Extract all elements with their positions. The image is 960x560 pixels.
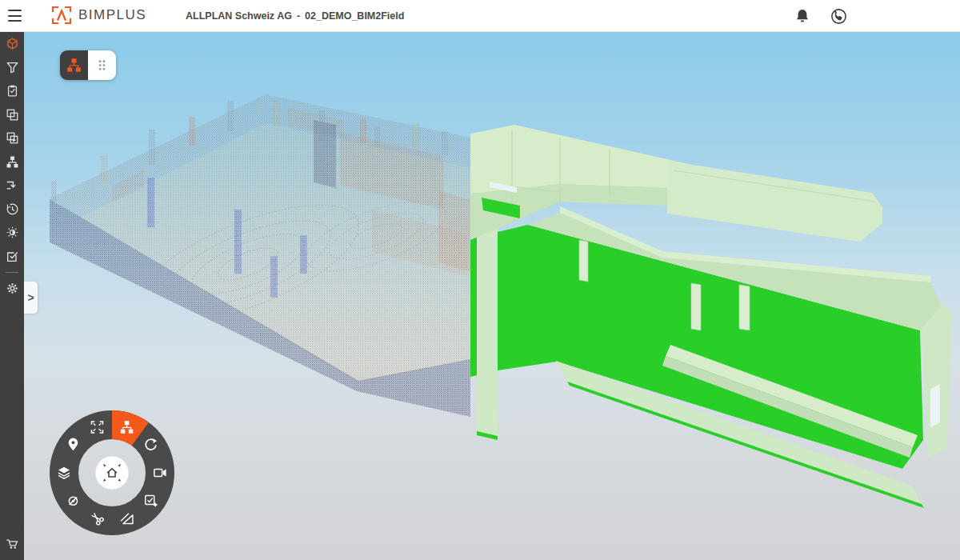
app-logo[interactable]: BIMPLUS xyxy=(51,5,146,26)
breadcrumb-separator: - xyxy=(297,10,300,22)
sidebar-item-marketplace[interactable] xyxy=(0,532,24,556)
structure-icon xyxy=(6,155,19,169)
sidebar-item-objects[interactable] xyxy=(0,32,24,56)
scene-canvas[interactable] xyxy=(24,32,960,560)
revisions-icon xyxy=(6,131,19,145)
history-icon xyxy=(6,202,19,216)
sidebar-item-settings[interactable] xyxy=(0,277,24,301)
sidebar-item-validation[interactable] xyxy=(0,245,24,269)
home-button[interactable] xyxy=(95,456,129,490)
green-rooms-top xyxy=(470,125,688,194)
shop-icon xyxy=(6,537,19,550)
interior-wall xyxy=(438,190,470,272)
app-logo-text: BIMPLUS xyxy=(78,7,146,23)
view-toggle-structure[interactable] xyxy=(60,50,88,80)
phone-support-icon xyxy=(830,8,847,25)
breadcrumb-project[interactable]: 02_DEMO_BIM2Field xyxy=(305,10,404,22)
bell-icon xyxy=(794,8,810,25)
green-right-wall xyxy=(922,305,952,458)
sidebar-item-visualization[interactable] xyxy=(0,221,24,245)
compare-icon xyxy=(6,108,19,122)
sidebar-item-history[interactable] xyxy=(0,198,24,222)
bim-model-green[interactable] xyxy=(470,125,952,508)
navigation-wheel[interactable] xyxy=(50,410,174,535)
hamburger-menu-icon[interactable] xyxy=(8,10,22,22)
approve-icon xyxy=(6,250,19,263)
grid-dots-icon xyxy=(94,58,110,73)
sidebar-divider xyxy=(6,272,18,273)
green-window xyxy=(930,384,940,427)
breadcrumb-team[interactable]: ALLPLAN Schweiz AG xyxy=(186,10,292,22)
support-button[interactable] xyxy=(829,6,848,26)
panel-expander[interactable]: > xyxy=(24,282,38,314)
view-toggle-grid[interactable] xyxy=(88,50,116,80)
viewport-3d[interactable]: > xyxy=(24,32,960,560)
chevron-right-icon: > xyxy=(27,291,34,304)
levels-icon xyxy=(6,178,19,192)
sidebar-item-revisions[interactable] xyxy=(0,126,24,150)
point-cloud-model[interactable] xyxy=(50,94,470,417)
sidebar-item-documents[interactable] xyxy=(0,103,24,127)
notifications-button[interactable] xyxy=(793,6,812,26)
sidebar-item-structure[interactable] xyxy=(0,150,24,174)
structure-tree-icon xyxy=(66,58,82,73)
model-icon xyxy=(6,37,19,50)
sidebar xyxy=(0,32,24,560)
settings-icon xyxy=(6,282,19,295)
sidebar-item-tasks[interactable] xyxy=(0,79,24,103)
breadcrumb[interactable]: ALLPLAN Schweiz AG-02_DEMO_BIM2Field xyxy=(186,0,404,32)
sidebar-item-filter[interactable] xyxy=(0,56,24,80)
filter-icon xyxy=(6,61,19,74)
sidebar-item-levels[interactable] xyxy=(0,174,24,198)
brightness-icon xyxy=(6,226,19,239)
green-roof-arm xyxy=(667,161,882,242)
app-header: BIMPLUS ALLPLAN Schweiz AG-02_DEMO_BIM2F… xyxy=(0,0,960,32)
tasks-icon xyxy=(6,84,19,98)
view-toggle xyxy=(60,50,116,80)
allplan-lambda-brackets-icon xyxy=(51,5,72,26)
